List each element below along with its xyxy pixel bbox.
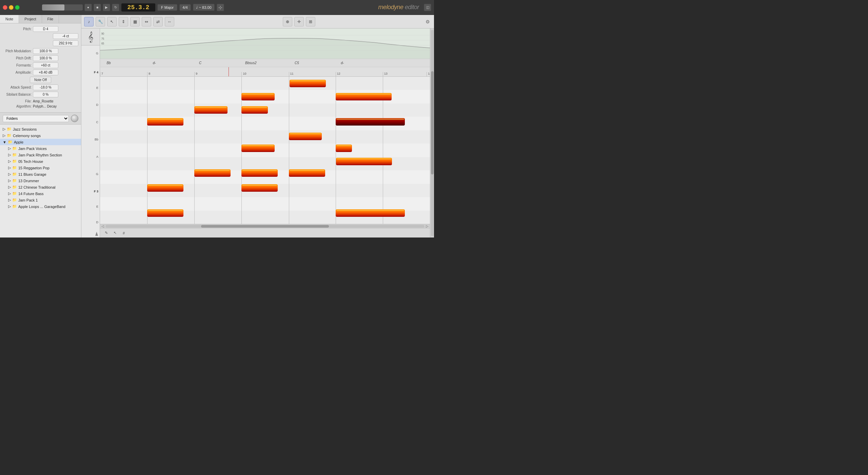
play-button[interactable]: ▶ (103, 4, 110, 11)
folder-icon: 📁 (12, 166, 17, 170)
select-tool[interactable]: ↖ (112, 230, 118, 236)
browser-item-future-bass[interactable]: ▷ 📁 14 Future Bass (5, 190, 81, 197)
maximize-button[interactable] (15, 5, 20, 10)
note-blob[interactable] (290, 80, 326, 87)
tempo-display[interactable]: ♩ ~ 83.00 (193, 4, 215, 11)
note-blob[interactable] (147, 209, 183, 217)
tab-note[interactable]: Note (0, 15, 19, 23)
browser-select[interactable]: Folders (3, 115, 69, 122)
tool-quantize[interactable]: ⊕ (283, 17, 292, 26)
note-blob[interactable] (241, 145, 274, 152)
folder-icon: 📁 (7, 127, 12, 131)
note-blob[interactable] (336, 158, 392, 165)
pitch-drift-value[interactable]: 100.0 % (33, 55, 58, 61)
browser-item-blues-garage[interactable]: ▷ 📁 11 Blues Garage (5, 171, 81, 177)
attack-value[interactable]: -18.0 % (33, 84, 58, 90)
browser-item-apple-loops[interactable]: ▷ 📁 Apple Loops ... GarageBand (5, 203, 81, 210)
browser-item-jazz-sessions[interactable]: ▷ 📁 Jazz Sessions (0, 126, 81, 132)
note-off-button[interactable]: Note Off (30, 77, 51, 83)
note-blob[interactable] (241, 93, 274, 100)
note-blob[interactable] (289, 133, 322, 140)
browser-item-jam-pack-rhythm[interactable]: ▷ 📁 Jam Pack Rhythm Section (5, 152, 81, 158)
note-blob[interactable] (336, 93, 392, 100)
tab-file[interactable]: File (42, 15, 59, 23)
expand-icon: ▷ (8, 191, 11, 196)
time-sig-display[interactable]: 4/4 (179, 4, 191, 11)
metronome-button[interactable]: ⊹ (217, 4, 224, 11)
note-blob[interactable] (241, 106, 268, 114)
browser-item-jam-pack-voices[interactable]: ▷ 📁 Jam Pack Voices (5, 145, 81, 152)
note-blob[interactable] (147, 184, 183, 192)
right-panel-toggle[interactable]: ◫ (424, 4, 431, 11)
browser-item-chinese[interactable]: ▷ 📁 12 Chinese Traditional (5, 184, 81, 190)
tool-amplitude[interactable]: ▦ (130, 17, 140, 26)
note-grid[interactable] (100, 77, 430, 224)
time-12: 12 (336, 72, 340, 76)
v-scrollbar-track[interactable] (431, 30, 434, 236)
browser-item-reggaeton[interactable]: ▷ 📁 15 Reggaeton Pop (5, 165, 81, 171)
note-blob[interactable] (336, 209, 405, 217)
clef-icon: 𝄞 (88, 32, 94, 42)
cents-value[interactable]: -4 ct (53, 33, 78, 39)
scroll-right-icon[interactable]: ▷ (426, 224, 429, 228)
hash-tool[interactable]: # (120, 230, 127, 236)
browser-item-apple[interactable]: ▼ 📁 Apple (0, 139, 81, 145)
tool-time[interactable]: ⇔ (142, 17, 151, 26)
note-blob[interactable] (241, 169, 278, 177)
expand-icon: ▷ (8, 172, 11, 176)
chord-c: C (199, 61, 201, 65)
sibilant-value[interactable]: 0 % (33, 92, 58, 97)
scroll-left-icon[interactable]: ◁ (101, 224, 104, 228)
note-blob[interactable] (289, 169, 325, 177)
note-blob[interactable] (336, 145, 352, 152)
tree-item-label: 11 Blues Garage (18, 172, 46, 176)
record-button[interactable]: ● (84, 4, 92, 11)
pitch-f4: F 4 (94, 71, 98, 74)
folder-icon: 📁 (12, 159, 17, 164)
loop-button[interactable]: ↻ (112, 4, 119, 11)
tool-spread[interactable]: ↔ (165, 17, 174, 26)
note-blob[interactable] (241, 184, 278, 192)
time-11: 11 (289, 72, 294, 76)
transport-progress[interactable] (42, 4, 83, 11)
settings-button[interactable]: ⚙ (424, 18, 431, 25)
note-blob-selected[interactable] (336, 118, 405, 126)
browser-item-celemony[interactable]: ▷ 📁 Celemony songs (0, 132, 81, 139)
close-button[interactable] (3, 5, 7, 10)
canvas-area: 90 75 65 Bb d- C Bbsus2 C5 d- 7 (100, 28, 430, 238)
pitch-mod-value[interactable]: 100.0 % (33, 48, 58, 54)
note-blob[interactable] (147, 118, 183, 126)
pitch-value[interactable]: D 4 (33, 26, 58, 32)
browser-knob[interactable] (71, 115, 78, 122)
tool-move[interactable]: ✛ (294, 17, 304, 26)
minimize-button[interactable] (9, 5, 14, 10)
pitch-envelope-area[interactable]: 90 75 65 (100, 28, 430, 59)
v-scrollbar-thumb[interactable] (431, 71, 434, 174)
stop-button[interactable]: ■ (94, 4, 101, 11)
tool-wrench[interactable]: 🔧 (96, 17, 105, 26)
tree-item-label: 14 Future Bass (18, 192, 44, 196)
tool-arrow[interactable]: ↖ (107, 17, 117, 26)
pencil-tool[interactable]: ✎ (103, 230, 110, 236)
h-scrollbar[interactable]: ◁ ▷ (100, 224, 430, 228)
formants-value[interactable]: +60 ct (33, 62, 58, 68)
tool-select[interactable]: ♪ (84, 17, 94, 26)
browser-item-jam-pack1[interactable]: ▷ 📁 Jam Pack 1 (5, 197, 81, 203)
amplitude-value[interactable]: +8.40 dB (33, 70, 58, 75)
tab-project[interactable]: Project (19, 15, 42, 23)
hz-value[interactable]: 292.9 Hz (53, 40, 78, 46)
note-blob[interactable] (194, 106, 227, 114)
browser-item-tech-house[interactable]: ▷ 📁 05 Tech House (5, 158, 81, 165)
h-scrollbar-track[interactable] (105, 225, 425, 228)
file-value: Amp_Roxette (33, 99, 54, 103)
h-scrollbar-thumb[interactable] (201, 225, 329, 228)
key-display[interactable]: F Major (157, 4, 177, 11)
folder-icon: 📁 (12, 153, 17, 157)
tool-separation[interactable]: ⇄ (153, 17, 163, 26)
browser-item-drummer[interactable]: ▷ 📁 13 Drummer (5, 177, 81, 184)
formants-label: Formants: (3, 63, 32, 67)
tool-formant[interactable]: ⊞ (306, 17, 315, 26)
v-scrollbar[interactable] (430, 28, 434, 238)
tool-pitch[interactable]: ⇕ (119, 17, 128, 26)
note-blob[interactable] (194, 169, 231, 177)
